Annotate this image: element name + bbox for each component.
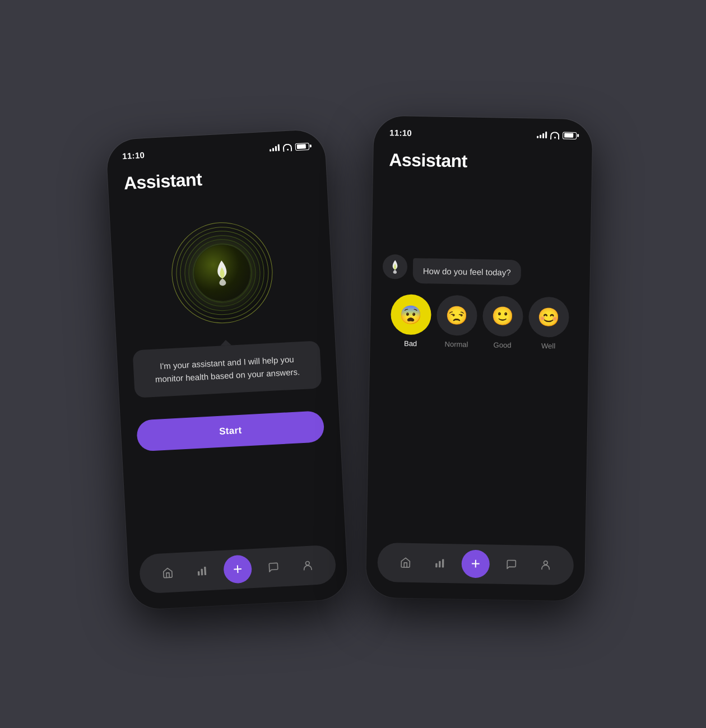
nav-add-left[interactable]: + [223,554,253,584]
assistant-avatar-container [110,217,334,329]
page-title-right: Assistant [373,141,592,174]
signal-bars-left [270,144,280,152]
mood-label-well: Well [541,342,555,350]
avatar-circle [169,220,275,326]
phone-left: 11:10 Assistant [106,129,349,610]
svg-point-7 [544,561,547,565]
mood-circle-bad[interactable]: 😨 [391,294,431,335]
phone-right: 11:10 Assistant [366,116,593,601]
mood-label-good: Good [494,340,512,349]
mood-label-bad: Bad [404,339,417,348]
nav-profile-left[interactable] [295,553,320,578]
home-icon-left [162,567,174,579]
nav-stats-left[interactable] [189,559,214,584]
wifi-icon-right [550,132,559,138]
battery-icon-left [295,142,310,150]
nav-chat-left[interactable] [261,555,286,580]
bottom-nav-left: + [139,544,337,594]
mood-circle-normal[interactable]: 😒 [436,295,477,336]
assistant-message-row: How do you feel today? [371,243,591,287]
stats-icon-left [196,565,207,577]
mood-emoji-normal: 😒 [445,305,468,326]
status-time-left: 11:10 [122,150,145,161]
bottom-nav-right: + [377,543,574,585]
profile-icon-left [301,559,313,571]
mini-avatar [383,254,408,279]
nav-stats-right[interactable] [428,551,452,575]
status-time-right: 11:10 [389,128,412,138]
chat-bubble-left: I'm your assistant and I will help you m… [133,340,322,398]
flame-logo-small [389,259,401,274]
svg-point-3 [305,561,309,565]
status-icons-right [537,131,577,139]
signal-bars-right [537,132,547,138]
phones-container: 11:10 Assistant [118,123,588,605]
svg-rect-1 [201,569,203,576]
assistant-message-bubble: How do you feel today? [412,258,521,285]
chat-icon-right [506,559,517,570]
svg-rect-2 [204,567,206,575]
mood-section: 😨 Bad 😒 Normal 🙂 Good [370,283,590,351]
mood-options: 😨 Bad 😒 Normal 🙂 Good [381,294,578,351]
flame-logo-large [210,259,234,287]
battery-icon-right [563,132,577,139]
svg-rect-5 [439,561,441,568]
svg-rect-0 [197,571,199,576]
profile-icon-right [540,559,551,571]
mood-circle-good[interactable]: 🙂 [482,296,523,337]
svg-rect-6 [442,559,444,567]
nav-home-right[interactable] [394,550,418,575]
mood-item-bad[interactable]: 😨 Bad [390,294,431,348]
mood-emoji-bad: 😨 [400,304,422,326]
chat-bubble-text: I'm your assistant and I will help you m… [147,353,308,386]
mood-item-normal[interactable]: 😒 Normal [436,295,477,349]
home-icon-right [400,557,411,568]
nav-chat-right[interactable] [500,553,524,577]
status-bar-right: 11:10 [374,116,593,144]
mood-label-normal: Normal [445,340,468,349]
start-button[interactable]: Start [136,410,324,451]
mood-item-well[interactable]: 😊 Well [528,297,569,351]
chat-icon-left [268,562,280,573]
wifi-icon-left [283,143,292,151]
mood-circle-well[interactable]: 😊 [528,297,569,338]
plus-icon-right: + [471,555,480,573]
svg-rect-4 [435,563,437,568]
chat-spacer [372,170,592,247]
nav-profile-right[interactable] [533,553,558,577]
nav-add-right[interactable]: + [461,550,490,578]
stats-icon-right [434,558,445,569]
plus-icon-left: + [233,560,243,578]
mood-emoji-well: 😊 [537,306,560,328]
nav-home-left[interactable] [155,561,180,585]
status-icons-left [270,142,310,152]
mood-emoji-good: 🙂 [491,305,514,327]
mood-item-good[interactable]: 🙂 Good [482,296,523,349]
